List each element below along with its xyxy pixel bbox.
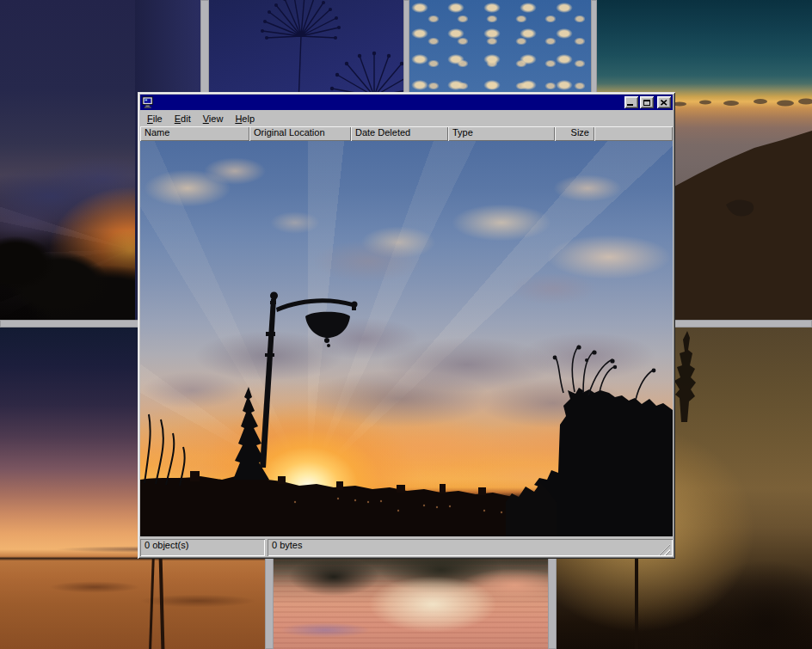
tree-silhouette-band: [0, 230, 135, 320]
status-total-size: 0 bytes: [268, 539, 673, 556]
status-bar: 0 object(s) 0 bytes: [140, 536, 673, 556]
menu-help[interactable]: Help: [229, 113, 261, 126]
column-header-size[interactable]: Size: [555, 126, 594, 141]
maximize-icon: [643, 100, 650, 106]
column-header-date-deleted[interactable]: Date Deleted: [351, 126, 448, 141]
wallpaper-sunset-god-rays-photo: [0, 0, 135, 320]
column-header-blank[interactable]: [594, 126, 673, 141]
water-pole-silhouette: [159, 556, 165, 649]
minimize-button[interactable]: [624, 96, 638, 108]
column-header-original-location[interactable]: Original Location: [249, 126, 351, 141]
close-button[interactable]: [657, 96, 671, 108]
menu-edit[interactable]: Edit: [169, 113, 197, 126]
dusk-pole-silhouette: [635, 559, 638, 649]
desktop-wallpaper: File Edit View Help Name Original Locati…: [0, 0, 812, 649]
titlebar[interactable]: [140, 95, 673, 110]
minimize-icon: [627, 104, 633, 106]
column-header-row: Name Original Location Date Deleted Type…: [140, 126, 673, 141]
recycle-bin-window: File Edit View Help Name Original Locati…: [138, 92, 675, 559]
computer-window-icon[interactable]: [142, 96, 154, 108]
menu-view[interactable]: View: [197, 113, 230, 126]
foreground-silhouettes: [140, 141, 673, 536]
menu-bar: File Edit View Help: [140, 111, 673, 126]
menu-file[interactable]: File: [141, 113, 169, 126]
close-icon: [661, 100, 667, 106]
recycle-bin-listview[interactable]: [140, 141, 673, 536]
status-object-count: 0 object(s): [140, 539, 265, 556]
column-header-name[interactable]: Name: [140, 126, 249, 141]
maximize-button[interactable]: [640, 96, 654, 108]
column-header-type[interactable]: Type: [448, 126, 555, 141]
water-pole-silhouette: [149, 554, 155, 649]
